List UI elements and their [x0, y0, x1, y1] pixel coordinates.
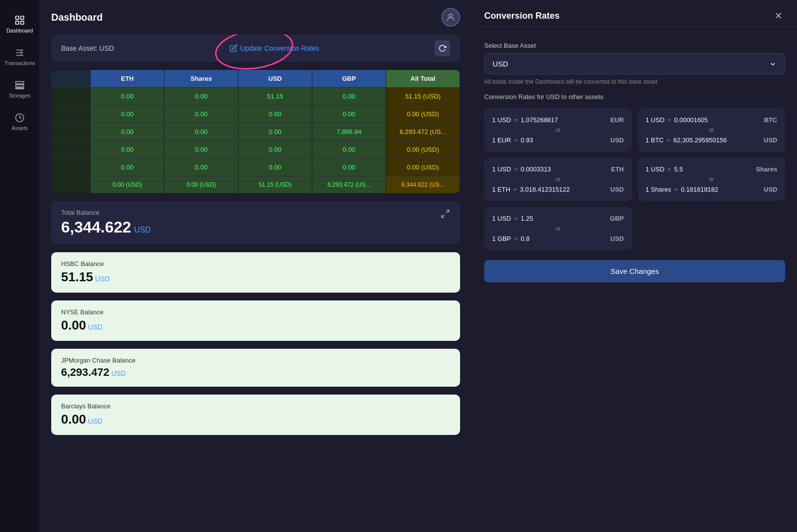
rate-rev-eq: = — [514, 235, 518, 242]
total-balance-label: Total Balance — [61, 209, 151, 216]
rate-value: 1.075268817 — [521, 116, 558, 124]
row-label — [51, 123, 91, 140]
hint-text: All totals inside the Dashboard will be … — [484, 78, 785, 85]
td-total: 0.00 (USD) — [386, 159, 460, 176]
asset-table: ETH Shares USD GBP All Total 0.00 0.00 5… — [51, 70, 460, 193]
td-eth: 0.00 — [91, 88, 165, 105]
avatar[interactable] — [441, 8, 460, 27]
td-shares: 0.00 — [165, 141, 238, 158]
td-eth: 0.00 — [91, 141, 165, 158]
update-conversion-rates-button[interactable]: Update Conversion Rates — [230, 44, 319, 52]
rate-rev-to: USD — [764, 136, 777, 144]
rate-rev-eq: = — [513, 186, 517, 193]
hsbc-balance-label: HSBC Balance — [61, 260, 450, 267]
svg-rect-6 — [16, 88, 24, 89]
rate-rev-value: 0.93 — [521, 136, 533, 144]
svg-rect-2 — [16, 21, 19, 24]
rate-row-btc-usd: 1 BTC = 62,305.295950156 USD — [646, 136, 778, 144]
rate-rev-from: 1 GBP — [492, 235, 511, 242]
rate-row-usd-eth: 1 USD = 0.0003313 ETH — [492, 166, 624, 173]
rate-eq: = — [667, 116, 671, 124]
rate-card-shares: 1 USD = 5.5 Shares or 1 Shares = 0.18181… — [638, 158, 786, 201]
rate-row-usd-gbp: 1 USD = 1.25 GBP — [492, 215, 624, 222]
total-balance-card: Total Balance 6,344.622 USD — [51, 201, 460, 244]
row-label — [51, 105, 91, 123]
rate-eq: = — [514, 215, 518, 222]
sidebar-item-storages[interactable]: Storages — [2, 75, 37, 103]
rate-rev-to: USD — [610, 136, 624, 144]
rate-row-eth-usd: 1 ETH = 3,018.412315122 USD — [492, 186, 624, 193]
close-panel-button[interactable]: ✕ — [771, 9, 785, 23]
rate-rev-to: USD — [610, 186, 624, 193]
rate-card-gbp: 1 USD = 1.25 GBP or 1 GBP = 0.8 USD — [484, 207, 632, 250]
sidebar-item-assets[interactable]: Assets — [2, 107, 37, 136]
rates-section-label: Conversion Rates for USD to other assets — [484, 93, 785, 100]
rate-to: Shares — [756, 166, 777, 173]
td-shares: 0.00 — [165, 159, 238, 176]
rate-eq: = — [667, 166, 671, 173]
svg-rect-0 — [16, 16, 19, 19]
rate-or: or — [646, 126, 778, 134]
table-row: 0.00 0.00 0.00 0.00 0.00 (USD) — [51, 158, 460, 176]
rate-rev-eq: = — [666, 136, 670, 144]
rate-from: 1 USD — [646, 116, 664, 124]
rate-or: or — [646, 175, 778, 184]
rate-rev-value: 0.8 — [521, 235, 530, 242]
conversion-panel: Conversion Rates ✕ Select Base Asset USD… — [472, 0, 797, 532]
rate-rev-to: USD — [764, 186, 777, 193]
rates-grid: 1 USD = 1.075268817 EUR or 1 EUR = 0.93 … — [484, 108, 785, 250]
rate-to: ETH — [611, 166, 624, 173]
rate-value: 1.25 — [521, 215, 533, 222]
sidebar-label-storages: Storages — [9, 93, 31, 99]
jpmorgan-balance-currency: USD — [111, 369, 126, 377]
hsbc-balance-card: HSBC Balance 51.15 USD — [51, 252, 460, 293]
rate-or: or — [492, 126, 624, 134]
rate-row-usd-btc: 1 USD = 0.00001605 BTC — [646, 116, 778, 124]
save-changes-button[interactable]: Save Changes — [484, 260, 785, 282]
th-eth: ETH — [91, 70, 165, 87]
svg-rect-4 — [16, 82, 24, 84]
rate-row-usd-shares: 1 USD = 5.5 Shares — [646, 166, 778, 173]
rate-to: GBP — [610, 215, 624, 222]
sidebar-label-dashboard: Dashboard — [6, 28, 33, 33]
select-asset-label: Select Base Asset — [484, 42, 785, 49]
row-label — [51, 141, 91, 158]
rate-from: 1 USD — [492, 116, 511, 124]
rate-rev-to: USD — [610, 235, 624, 242]
td-eth: 0.00 — [91, 123, 165, 140]
td-eth: 0.00 — [91, 105, 165, 123]
rate-rev-from: 1 BTC — [646, 136, 664, 144]
refresh-button[interactable] — [434, 40, 450, 56]
th-gbp: GBP — [312, 70, 386, 87]
nyse-balance-label: NYSE Balance — [61, 308, 450, 316]
rate-card-eth: 1 USD = 0.0003313 ETH or 1 ETH = 3,018.4… — [484, 158, 632, 201]
footer-label — [51, 176, 91, 193]
footer-total: 6,344.622 (US... — [386, 176, 460, 193]
rate-rev-eq: = — [514, 136, 518, 144]
selected-asset: USD — [493, 60, 508, 68]
td-usd: 0.00 — [238, 141, 312, 158]
main-content: Dashboard Base Asset: USD Update Convers… — [39, 0, 472, 532]
rate-value: 5.5 — [674, 166, 683, 173]
td-gbp: 0.00 — [312, 88, 386, 105]
row-label — [51, 159, 91, 176]
rate-row-shares-usd: 1 Shares = 0.181818182 USD — [646, 186, 778, 193]
rate-or: or — [492, 224, 624, 233]
td-gbp: 7,866.84 — [312, 123, 386, 140]
rate-to: BTC — [764, 116, 777, 124]
table-row: 0.00 0.00 0.00 0.00 0.00 (USD) — [51, 105, 460, 123]
sidebar-item-transactions[interactable]: Transactions — [2, 42, 37, 71]
td-usd: 0.00 — [238, 105, 312, 123]
td-gbp: 0.00 — [312, 105, 386, 123]
nyse-balance-currency: USD — [88, 323, 103, 331]
rate-rev-value: 3,018.412315122 — [520, 186, 569, 193]
td-gbp: 0.00 — [312, 159, 386, 176]
jpmorgan-balance-amount: 6,293.472 — [61, 366, 109, 379]
base-asset-select[interactable]: USD — [484, 53, 785, 74]
expand-icon[interactable] — [440, 209, 450, 221]
update-btn-label: Update Conversion Rates — [240, 44, 319, 52]
footer-usd: 51.15 (USD) — [238, 176, 312, 193]
sidebar-item-dashboard[interactable]: Dashboard — [2, 10, 37, 38]
panel-body: Select Base Asset USD All totals inside … — [472, 32, 797, 532]
jpmorgan-balance-label: JPMorgan Chase Balance — [61, 357, 450, 364]
